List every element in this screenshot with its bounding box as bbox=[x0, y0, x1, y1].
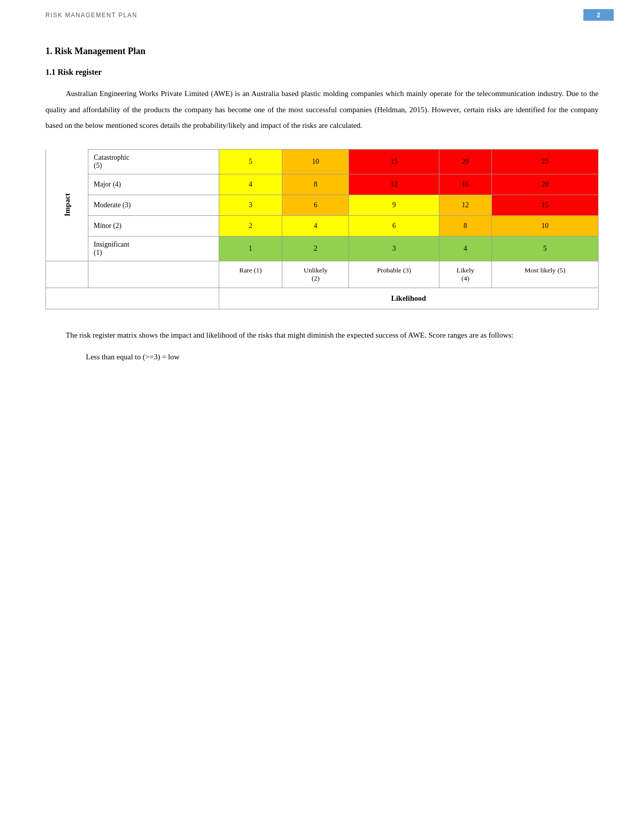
risk-matrix-table: Impact Catastrophic (5) 5 10 15 20 25 bbox=[45, 149, 599, 309]
intro-paragraph: Australian Engineering Works Private Lim… bbox=[45, 86, 599, 134]
row-label-catastrophic: Catastrophic (5) bbox=[88, 149, 219, 174]
matrix-row-minor: Minor (2) 2 4 6 8 10 bbox=[46, 215, 599, 236]
likelihood-footer-row: Likelihood bbox=[46, 288, 599, 309]
cell-c2: 10 bbox=[282, 149, 349, 174]
cell-mod3: 9 bbox=[349, 195, 439, 215]
cell-mi5: 10 bbox=[491, 215, 598, 236]
cell-in4: 4 bbox=[439, 236, 491, 261]
cell-m1: 4 bbox=[219, 174, 282, 195]
row-label-moderate: Moderate (3) bbox=[88, 195, 219, 215]
cell-mi4: 8 bbox=[439, 215, 491, 236]
cell-mod5: 15 bbox=[491, 195, 598, 215]
impact-label-text: Impact bbox=[63, 194, 71, 217]
likelihood-unlikely: Unlikely(2) bbox=[282, 261, 349, 288]
cell-mod1: 3 bbox=[219, 195, 282, 215]
cell-m5: 20 bbox=[491, 174, 598, 195]
matrix-row-catastrophic: Impact Catastrophic (5) 5 10 15 20 25 bbox=[46, 149, 599, 174]
page-container: RISK MANAGEMENT PLAN 2 1. Risk Managemen… bbox=[0, 0, 644, 834]
main-content: 1. Risk Management Plan 1.1 Risk registe… bbox=[0, 26, 644, 388]
cell-m2: 8 bbox=[282, 174, 349, 195]
header-title: RISK MANAGEMENT PLAN bbox=[45, 12, 137, 19]
section-1-heading: 1. Risk Management Plan bbox=[45, 46, 599, 57]
impact-label: Impact bbox=[46, 149, 88, 261]
cell-c3: 15 bbox=[349, 149, 439, 174]
likelihood-empty-label bbox=[88, 261, 219, 288]
cell-in1: 1 bbox=[219, 236, 282, 261]
likelihood-footer-label: Likelihood bbox=[219, 288, 598, 309]
risk-matrix-wrapper: Impact Catastrophic (5) 5 10 15 20 25 bbox=[45, 149, 599, 309]
cell-mod4: 12 bbox=[439, 195, 491, 215]
bottom-paragraph: The risk register matrix shows the impac… bbox=[45, 328, 599, 344]
likelihood-empty-impact bbox=[46, 261, 88, 288]
cell-c4: 20 bbox=[439, 149, 491, 174]
likelihood-labels-row: Rare (1) Unlikely(2) Probable (3) Likely… bbox=[46, 261, 599, 288]
cell-m3: 12 bbox=[349, 174, 439, 195]
bullet-item-1: Less than equal to (>=3) = low bbox=[86, 349, 599, 365]
matrix-row-major: Major (4) 4 8 12 16 20 bbox=[46, 174, 599, 195]
cell-mi2: 4 bbox=[282, 215, 349, 236]
likelihood-probable: Probable (3) bbox=[349, 261, 439, 288]
catastrophic-line2: (5) bbox=[93, 162, 102, 169]
subsection-1-1-heading: 1.1 Risk register bbox=[45, 68, 599, 77]
cell-c5: 25 bbox=[491, 149, 598, 174]
cell-mi1: 2 bbox=[219, 215, 282, 236]
likelihood-likely: Likely(4) bbox=[439, 261, 491, 288]
row-label-minor: Minor (2) bbox=[88, 215, 219, 236]
likelihood-rare: Rare (1) bbox=[219, 261, 282, 288]
likelihood-mostlikely: Most likely (5) bbox=[491, 261, 598, 288]
matrix-row-insignificant: Insignificant (1) 1 2 3 4 5 bbox=[46, 236, 599, 261]
cell-in3: 3 bbox=[349, 236, 439, 261]
likelihood-footer-empty bbox=[46, 288, 219, 309]
cell-m4: 16 bbox=[439, 174, 491, 195]
row-label-insignificant: Insignificant (1) bbox=[88, 236, 219, 261]
cell-c1: 5 bbox=[219, 149, 282, 174]
cell-in5: 5 bbox=[491, 236, 598, 261]
cell-mi3: 6 bbox=[349, 215, 439, 236]
page-header: RISK MANAGEMENT PLAN 2 bbox=[0, 0, 644, 26]
row-label-major: Major (4) bbox=[88, 174, 219, 195]
cell-mod2: 6 bbox=[282, 195, 349, 215]
likelihood-label-text: Likelihood bbox=[391, 294, 426, 302]
matrix-row-moderate: Moderate (3) 3 6 9 12 15 bbox=[46, 195, 599, 215]
cell-in2: 2 bbox=[282, 236, 349, 261]
header-page-number: 2 bbox=[583, 9, 614, 21]
catastrophic-line1: Catastrophic bbox=[93, 154, 129, 161]
